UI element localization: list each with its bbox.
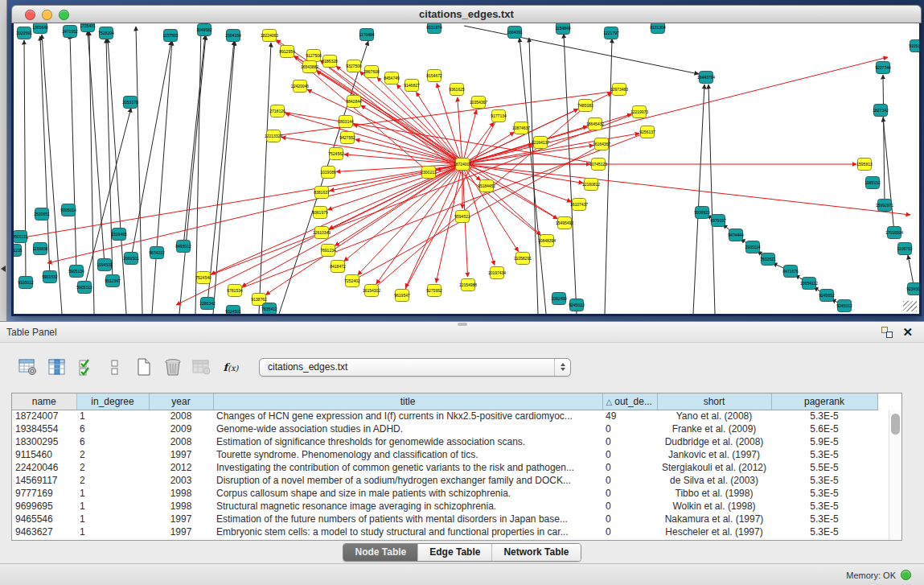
graph-node[interactable]: 2935114 bbox=[745, 241, 760, 253]
graph-node[interactable]: 1106753 bbox=[897, 243, 912, 255]
delete-table-button[interactable] bbox=[190, 356, 214, 378]
column-header-in-degree[interactable]: in_degree bbox=[76, 393, 149, 410]
graph-node[interactable]: 7485083 bbox=[577, 100, 593, 112]
table-row[interactable]: 1938455462009Genome-wide association stu… bbox=[12, 422, 877, 435]
table-row[interactable]: 946554611997Estimation of the future num… bbox=[12, 513, 877, 525]
column-header-short[interactable]: short bbox=[657, 393, 771, 410]
graph-node[interactable]: 9234501 bbox=[906, 283, 919, 295]
table-row[interactable]: 969969511998Structural magnetic resonanc… bbox=[12, 500, 877, 513]
graph-node[interactable]: 9245652 bbox=[819, 290, 835, 302]
graph-node[interactable]: 3049582 bbox=[196, 24, 212, 36]
select-all-button[interactable] bbox=[74, 356, 98, 378]
graph-node[interactable]: 9361979 bbox=[312, 207, 328, 219]
graph-node[interactable]: 5901532 bbox=[42, 271, 58, 283]
graph-node[interactable]: 8186328 bbox=[322, 56, 338, 68]
graph-node[interactable]: 8381637 bbox=[314, 187, 330, 199]
graph-node[interactable]: 1085152 bbox=[864, 177, 881, 189]
table-row[interactable]: 977716911998Corpus callosum shape and si… bbox=[12, 487, 877, 500]
graph-node[interactable]: 7635412 bbox=[261, 303, 277, 315]
zoom-button[interactable] bbox=[59, 10, 69, 20]
graph-node[interactable]: 9305014 bbox=[60, 204, 76, 216]
graph-node[interactable]: 10197434 bbox=[488, 267, 506, 279]
table-settings-button[interactable] bbox=[16, 356, 40, 378]
network-canvas[interactable]: 1872400789129549127508165438822242004627… bbox=[14, 23, 919, 314]
graph-node[interactable]: 7632621 bbox=[760, 253, 776, 266]
graph-node[interactable]: 12160812 bbox=[582, 179, 600, 191]
graph-node[interactable]: 9474444 bbox=[728, 229, 744, 241]
graph-node[interactable]: 2718126 bbox=[269, 105, 285, 117]
graph-node[interactable]: 16107437 bbox=[570, 199, 588, 211]
graph-node[interactable]: 9512347 bbox=[105, 275, 121, 287]
graph-node[interactable]: 8154672 bbox=[426, 70, 442, 82]
scrollbar-thumb[interactable] bbox=[891, 414, 900, 435]
graph-node[interactable]: 2316465 bbox=[111, 229, 127, 241]
table-selector-dropdown[interactable]: citations_edges.txt bbox=[259, 358, 571, 377]
graph-node[interactable]: 9127508 bbox=[306, 50, 322, 62]
graph-node[interactable]: 2471952 bbox=[62, 26, 78, 38]
graph-node[interactable]: 8131974 bbox=[426, 23, 442, 34]
collapse-panel-arrow-icon[interactable] bbox=[1, 266, 6, 272]
graph-node[interactable]: 2020591 bbox=[16, 27, 32, 39]
graph-node[interactable]: 1157503 bbox=[162, 30, 178, 42]
graph-node[interactable]: 2867608 bbox=[363, 66, 380, 78]
graph-node[interactable]: 2300213 bbox=[421, 167, 437, 179]
graph-node[interactable]: 6781534 bbox=[227, 285, 243, 297]
table-row[interactable]: 946362711997Embryonic stem cells: a mode… bbox=[12, 525, 877, 538]
graph-node[interactable]: 10848394 bbox=[538, 235, 556, 247]
graph-node[interactable]: 16543882 bbox=[301, 61, 318, 73]
graph-node[interactable]: 9177134 bbox=[491, 110, 507, 122]
graph-node[interactable]: 12164137 bbox=[532, 137, 549, 149]
tab-network-table[interactable]: Network Table bbox=[491, 544, 580, 561]
graph-node[interactable]: 10654112 bbox=[800, 278, 818, 290]
memory-led[interactable] bbox=[901, 570, 911, 580]
graph-node[interactable]: 5905134 bbox=[68, 266, 84, 278]
graph-node[interactable]: 12219973 bbox=[630, 106, 648, 118]
graph-node[interactable]: 1725431 bbox=[80, 23, 96, 32]
new-column-button[interactable] bbox=[132, 356, 156, 378]
graph-node[interactable]: 3911235 bbox=[14, 245, 23, 257]
close-button[interactable] bbox=[25, 10, 35, 20]
graph-node[interactable]: 9361625 bbox=[449, 84, 465, 96]
graph-node[interactable]: 2304154 bbox=[225, 30, 241, 42]
graph-node[interactable]: 7528204 bbox=[98, 27, 114, 39]
graph-node[interactable]: 10874637 bbox=[512, 122, 530, 134]
table-row[interactable]: 1830029562008Estimation of significance … bbox=[12, 435, 877, 448]
graph-node[interactable]: 9227744 bbox=[875, 62, 891, 74]
table-row[interactable]: 1872400712008Changes of HCN gene express… bbox=[12, 410, 877, 422]
graph-node[interactable]: 1664091 bbox=[507, 27, 523, 39]
graph-node[interactable]: 1092450 bbox=[551, 293, 567, 305]
graph-node[interactable]: 9842844 bbox=[346, 96, 362, 108]
graph-node[interactable]: 8912954 bbox=[279, 46, 295, 58]
graph-node[interactable]: 9619547 bbox=[394, 290, 410, 302]
graph-node[interactable]: 9245012 bbox=[836, 300, 852, 312]
graph-node[interactable]: 15992971 bbox=[876, 200, 893, 212]
column-header-pagerank[interactable]: pagerank bbox=[771, 393, 877, 410]
graph-node[interactable]: 12610349 bbox=[313, 227, 331, 239]
column-header-out-degree[interactable]: △out_de... bbox=[602, 393, 657, 410]
resize-grip[interactable] bbox=[903, 301, 917, 311]
graph-node[interactable]: 1156838 bbox=[32, 243, 47, 255]
graph-node[interactable]: 5938923 bbox=[694, 207, 710, 219]
graph-node[interactable]: 9245013 bbox=[569, 299, 585, 311]
graph-node[interactable]: 9275952 bbox=[426, 285, 442, 297]
graph-node[interactable]: 9256137 bbox=[639, 126, 655, 138]
graph-node[interactable]: 1305640 bbox=[32, 23, 48, 34]
tab-node-table[interactable]: Node Table bbox=[343, 544, 417, 561]
graph-node[interactable]: 9594521 bbox=[454, 211, 470, 223]
table-row[interactable]: 2242004622012Investigating the contribut… bbox=[12, 461, 877, 474]
graph-node[interactable]: 9674212 bbox=[149, 247, 165, 259]
graph-node[interactable]: 18224063 bbox=[261, 30, 278, 42]
graph-node[interactable]: 1094531 bbox=[97, 259, 113, 271]
graph-node[interactable]: 10354367 bbox=[470, 97, 487, 109]
delete-column-button[interactable] bbox=[161, 356, 185, 378]
table-row[interactable]: 911546021997Tourette syndrome. Phenomeno… bbox=[12, 448, 877, 461]
graph-node[interactable]: 8501121 bbox=[14, 231, 28, 243]
graph-node[interactable]: 9105374 bbox=[909, 40, 919, 52]
select-columns-button[interactable] bbox=[45, 356, 69, 378]
graph-node[interactable]: 2186342 bbox=[199, 298, 216, 310]
graph-node[interactable]: 16443794 bbox=[697, 72, 715, 84]
graph-node[interactable]: 8131304 bbox=[650, 23, 666, 34]
splitter-grip[interactable] bbox=[458, 323, 467, 326]
graph-node[interactable]: 12213329 bbox=[265, 130, 282, 142]
close-panel-icon[interactable]: ✕ bbox=[902, 327, 913, 338]
